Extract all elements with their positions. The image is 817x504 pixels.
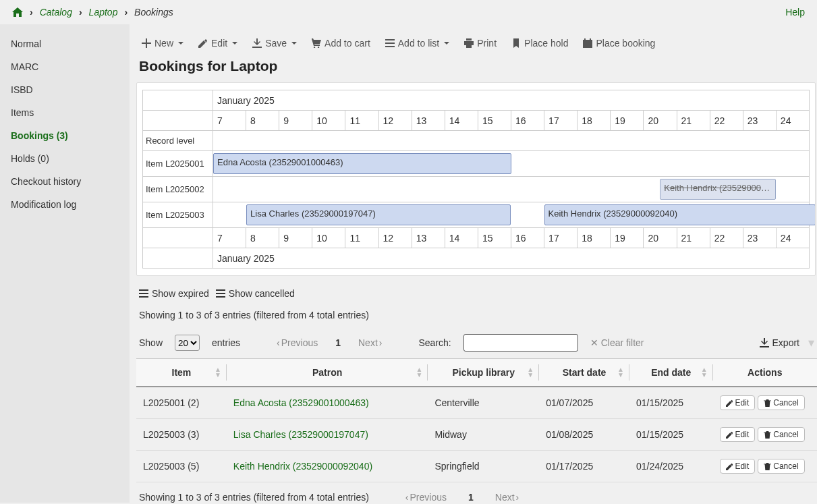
previous-button[interactable]: ‹ Previous [277,337,318,348]
calendar-day-header: 22 [710,111,743,131]
home-icon[interactable] [12,7,23,17]
place-hold-label: Place hold [524,38,568,49]
trash-icon [764,431,771,439]
show-expired-button[interactable]: Show expired [139,288,209,299]
booking-bar[interactable]: Keith Hendrix (23529000092040) [660,179,776,200]
cell-pickup: Midway [428,419,539,451]
dt-controls-bottom: Showing 1 to 3 of 3 entries (filtered fr… [136,482,817,503]
breadcrumb: › Catalog › Laptop › Bookings [12,7,173,18]
breadcrumb-bar: › Catalog › Laptop › Bookings Help [0,0,817,24]
save-button[interactable]: Save [252,38,297,49]
col-actions[interactable]: Actions [713,359,817,387]
next-button[interactable]: Next › [358,337,382,348]
calendar-day-header: 7 [213,228,246,248]
table-row: L2025001 (2)Edna Acosta (23529001000463)… [136,387,817,419]
list-icon [216,289,225,298]
edit-row-button[interactable]: Edit [720,395,756,410]
col-item[interactable]: Item▲▼ [136,359,227,387]
cancel-row-button[interactable]: Cancel [758,459,804,474]
show-cancelled-label: Show cancelled [229,288,295,299]
col-end[interactable]: End date▲▼ [629,359,713,387]
edit-button[interactable]: Edit [198,38,237,49]
page-title: Bookings for Laptop [136,58,817,82]
current-page: 1 [330,337,346,348]
sidebar-item-checkout-history[interactable]: Checkout history [0,170,130,193]
sort-icon: ▲▼ [527,367,534,378]
cancel-row-button[interactable]: Cancel [758,427,804,442]
calendar-day-header: 12 [378,228,412,248]
calendar-day-header: 20 [644,111,677,131]
cell-end: 01/15/2025 [629,419,713,451]
show-label: Show [139,337,163,348]
sort-icon: ▲▼ [701,367,708,378]
entries-select[interactable]: 20 [175,335,200,351]
cell-start: 01/17/2025 [539,451,629,482]
download-icon [252,38,262,48]
sort-icon: ▲▼ [416,367,423,378]
pencil-icon [726,399,733,407]
add-to-cart-button[interactable]: Add to cart [312,38,370,49]
col-pickup[interactable]: Pickup library▲▼ [428,359,539,387]
previous-button-bottom[interactable]: ‹ Previous [405,492,447,503]
calendar-day-header: 17 [544,228,577,248]
breadcrumb-item[interactable]: Laptop [89,7,118,18]
next-button-bottom[interactable]: Next › [495,492,519,503]
print-button[interactable]: Print [464,38,497,49]
search-input[interactable] [463,334,578,352]
calendar-day-header: 8 [246,228,279,248]
new-label: New [154,38,173,49]
sidebar-item-marc[interactable]: MARC [0,55,130,78]
calendar-day-header: 11 [345,111,378,131]
patron-link[interactable]: Keith Hendrix (23529000092040) [233,461,372,472]
booking-bar[interactable]: Keith Hendrix (23529000092040) [544,204,815,225]
cancel-row-button[interactable]: Cancel [758,395,804,410]
sidebar-item-normal[interactable]: Normal [0,32,130,55]
clear-filter-button[interactable]: ✕ Clear filter [590,337,644,348]
booking-bar[interactable]: Edna Acosta (23529001000463) [213,153,511,174]
place-booking-label: Place booking [596,38,655,49]
pencil-icon [726,463,733,470]
showing-text: Showing 1 to 3 of 3 entries (filtered fr… [136,306,817,327]
patron-link[interactable]: Edna Acosta (23529001000463) [233,397,369,408]
col-start[interactable]: Start date▲▼ [539,359,629,387]
cell-start: 01/07/2025 [539,387,629,419]
calendar-day-header: 16 [511,111,544,131]
calendar-row-track: Edna Acosta (23529001000463) [213,151,810,177]
sidebar-item-items[interactable]: Items [0,101,130,124]
show-expired-label: Show expired [152,288,209,299]
place-booking-button[interactable]: Place booking [583,38,655,49]
calendar-row-track: Lisa Charles (23529000197047)Keith Hendr… [213,202,810,228]
sidebar-item-modification-log[interactable]: Modification log [0,193,130,216]
sidebar: NormalMARCISBDItemsBookings (3)Holds (0)… [0,24,130,503]
booking-bar[interactable]: Lisa Charles (23529000197047) [246,204,511,225]
trash-icon [764,399,771,407]
calendar-row-track: Keith Hendrix (23529000092040) [213,177,810,202]
calendar-day-header: 13 [412,228,445,248]
breadcrumb-sep: › [79,7,82,18]
patron-link[interactable]: Lisa Charles (23529000197047) [233,429,368,440]
show-cancelled-button[interactable]: Show cancelled [216,288,295,299]
calendar-day-header: 23 [743,228,776,248]
cell-item: L2025003 (5) [136,451,227,482]
table-row: L2025003 (5)Keith Hendrix (2352900009204… [136,451,817,482]
help-link[interactable]: Help [785,7,805,18]
new-button[interactable]: New [142,38,184,49]
caret-down-icon [232,42,237,45]
place-hold-button[interactable]: Place hold [511,38,568,49]
cell-pickup: Springfield [428,451,539,482]
col-patron[interactable]: Patron▲▼ [227,359,428,387]
add-to-list-button[interactable]: Add to list [385,38,449,49]
sidebar-item-holds[interactable]: Holds (0) [0,147,130,170]
sidebar-item-bookings[interactable]: Bookings (3) [0,124,130,147]
edit-row-button[interactable]: Edit [720,459,756,474]
export-button[interactable]: Export ▾ [760,335,814,350]
bookings-table: Item▲▼Patron▲▼Pickup library▲▼Start date… [136,358,817,482]
calendar-day-header: 10 [312,111,345,131]
edit-row-button[interactable]: Edit [720,427,756,442]
sidebar-item-isbd[interactable]: ISBD [0,78,130,101]
calendar-day-header: 15 [478,228,511,248]
table-row: L2025003 (3)Lisa Charles (23529000197047… [136,419,817,451]
dt-controls-top: Show 20 entries ‹ Previous 1 Next › Sear… [136,327,817,358]
breadcrumb-catalog[interactable]: Catalog [40,7,72,18]
cell-end: 01/15/2025 [629,387,713,419]
